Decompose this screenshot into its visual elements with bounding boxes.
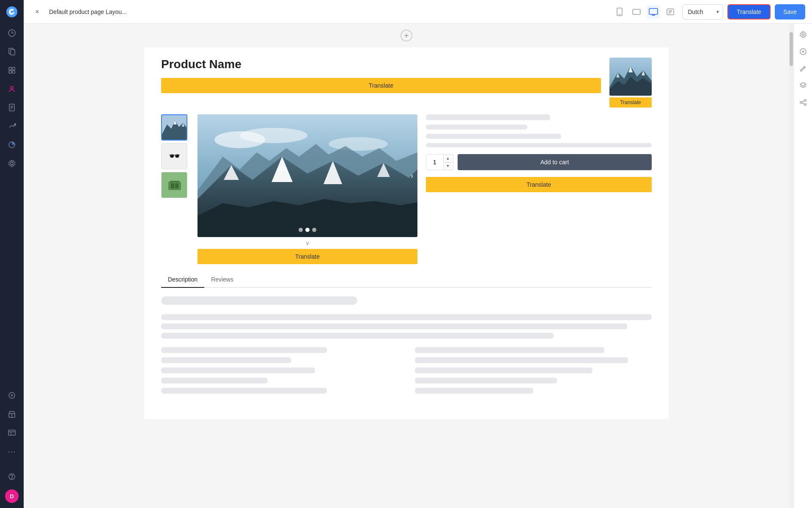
topbar: × Default product page Layou... Dutch En… <box>24 0 812 24</box>
svg-line-69 <box>804 67 804 68</box>
svg-point-15 <box>11 162 13 165</box>
add-panel-icon[interactable] <box>796 44 811 59</box>
svg-line-75 <box>802 103 804 104</box>
scrollbar-track[interactable] <box>789 24 793 508</box>
sidebar-item-dashboard[interactable] <box>0 24 24 42</box>
main-image: › <box>198 114 417 237</box>
svg-marker-70 <box>800 83 806 86</box>
scrollbar-thumb[interactable] <box>790 32 793 66</box>
quantity-input-wrapper: ▲ ▼ <box>426 154 453 170</box>
sidebar-item-orders[interactable] <box>0 98 24 117</box>
mobile-view-button[interactable] <box>613 5 626 19</box>
svg-point-72 <box>800 102 802 103</box>
share-panel-icon[interactable] <box>796 95 811 110</box>
tab-description[interactable]: Description <box>161 273 204 288</box>
tablet-view-button[interactable] <box>630 5 643 19</box>
carousel-dot-3[interactable] <box>312 228 316 232</box>
thumbnail-glasses: 🕶️ <box>162 144 187 169</box>
close-button[interactable]: × <box>30 5 44 19</box>
col1-line3 <box>161 367 315 373</box>
add-section-button[interactable] <box>401 30 412 41</box>
language-selector-wrapper: Dutch English German French <box>682 4 723 19</box>
skeleton-bar <box>426 143 652 147</box>
svg-rect-51 <box>171 183 174 188</box>
app-logo[interactable] <box>0 0 24 24</box>
sidebar-item-pages[interactable] <box>0 42 24 61</box>
sidebar-item-table[interactable] <box>0 423 24 442</box>
sidebar-item-settings[interactable] <box>0 154 24 173</box>
svg-rect-52 <box>175 183 178 188</box>
thumbnail-2[interactable]: 🕶️ <box>161 143 187 169</box>
product-body: 🕶️ <box>161 114 652 264</box>
svg-rect-53 <box>170 181 179 182</box>
tab-reviews[interactable]: Reviews <box>204 273 240 288</box>
col1-line5 <box>161 388 327 394</box>
sidebar-item-marketing[interactable] <box>0 117 24 135</box>
desktop-view-button[interactable] <box>647 5 660 19</box>
col1-line2 <box>161 357 291 363</box>
gallery-translate-bar[interactable]: Translate <box>198 249 417 264</box>
svg-point-65 <box>802 34 804 36</box>
svg-point-73 <box>804 104 806 105</box>
sidebar-item-analytics[interactable] <box>0 135 24 154</box>
svg-rect-50 <box>168 182 181 190</box>
quantity-arrows: ▲ ▼ <box>443 155 452 170</box>
quantity-input[interactable] <box>426 155 443 170</box>
right-panel <box>793 24 812 508</box>
thumbnail-3[interactable] <box>161 172 187 198</box>
translate-button[interactable]: Translate <box>727 4 771 19</box>
sidebar-item-users[interactable] <box>0 80 24 98</box>
svg-rect-5 <box>12 67 15 70</box>
svg-line-74 <box>802 101 804 102</box>
save-button[interactable]: Save <box>775 4 805 19</box>
product-main-image-thumb <box>609 58 652 96</box>
settings-panel-icon[interactable] <box>796 27 811 42</box>
col2-line3 <box>415 367 593 373</box>
desc-two-col <box>161 347 652 394</box>
sidebar-item-more[interactable]: ··· <box>0 442 24 461</box>
sidebar-item-products[interactable] <box>0 61 24 80</box>
edit-panel-icon[interactable] <box>796 61 811 76</box>
layers-panel-icon[interactable] <box>796 78 811 93</box>
carousel-next-arrow[interactable]: › <box>411 171 413 180</box>
quantity-increase[interactable]: ▲ <box>444 155 452 163</box>
svg-rect-3 <box>11 50 15 55</box>
details-translate-bar[interactable]: Translate <box>426 177 652 192</box>
col1-line4 <box>161 378 268 384</box>
carousel-down-button[interactable]: ∨ <box>198 237 417 249</box>
skeleton-subtitle <box>426 124 527 130</box>
product-header-section: Product Name Translate <box>161 58 652 108</box>
page-title: Default product page Layou... <box>49 8 608 15</box>
device-switcher <box>613 5 677 19</box>
sidebar-item-store[interactable] <box>0 405 24 423</box>
sidebar-item-add[interactable] <box>0 386 24 405</box>
product-image-translate-bar[interactable]: Translate <box>609 97 652 108</box>
skeleton-title <box>426 114 550 120</box>
sidebar-bottom: ··· D <box>0 386 24 508</box>
svg-rect-4 <box>9 67 11 70</box>
list-view-button[interactable] <box>664 5 677 19</box>
desc-line-3 <box>161 333 554 339</box>
quantity-decrease[interactable]: ▼ <box>444 163 452 170</box>
user-avatar[interactable]: D <box>5 489 19 503</box>
svg-rect-28 <box>633 9 640 14</box>
product-main-image-thumb-container: Translate <box>609 58 652 108</box>
carousel-dot-2[interactable] <box>305 228 310 232</box>
thumbnail-1[interactable] <box>161 114 187 141</box>
product-name-translate-bar[interactable]: Translate <box>161 78 601 93</box>
add-to-cart-button[interactable]: Add to cart <box>458 154 652 170</box>
main-wrapper: × Default product page Layou... Dutch En… <box>24 0 812 508</box>
col2-line4 <box>415 378 557 384</box>
svg-point-25 <box>11 478 12 479</box>
col2-line2 <box>415 357 628 363</box>
sidebar-item-help[interactable] <box>0 467 24 486</box>
product-tabs-section: Description Reviews <box>161 273 652 394</box>
skeleton-desc <box>426 134 561 139</box>
product-details: ▲ ▼ Add to cart Translate <box>426 114 652 264</box>
svg-rect-6 <box>9 71 11 73</box>
svg-point-0 <box>6 6 17 17</box>
tab-nav: Description Reviews <box>161 273 652 288</box>
canvas-area: Product Name Translate <box>24 24 812 508</box>
carousel-dot-1[interactable] <box>299 228 303 232</box>
language-selector[interactable]: Dutch English German French <box>682 4 723 19</box>
